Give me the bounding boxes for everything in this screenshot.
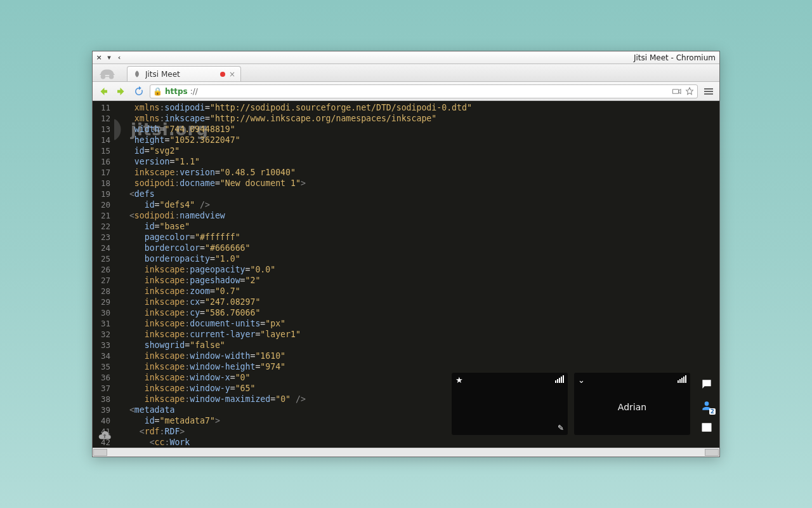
page-content: jitsi.org 111213141516171819202122232425…	[93, 101, 719, 448]
svg-rect-3	[704, 425, 710, 430]
filmstrip-button[interactable]	[699, 420, 714, 435]
horizontal-scrollbar[interactable]	[93, 448, 719, 457]
toolbar: 🔒 https ://	[93, 82, 719, 101]
titlebar: × ▾ ‹ Jitsi Meet - Chromium	[93, 51, 719, 64]
minimize-button[interactable]: ▾	[105, 54, 113, 62]
tabstrip: Jitsi Meet ×	[93, 64, 719, 82]
close-button[interactable]: ×	[95, 54, 103, 62]
menu-button[interactable]	[702, 84, 716, 98]
tab-jitsi-meet[interactable]: Jitsi Meet ×	[127, 66, 241, 81]
recording-indicator-icon	[220, 72, 225, 77]
back-chevron-icon[interactable]: ‹	[115, 54, 123, 62]
url-separator: ://	[190, 87, 198, 96]
forward-button[interactable]	[114, 84, 128, 98]
url-scheme: https	[165, 87, 188, 96]
window-title: Jitsi Meet - Chromium	[634, 53, 716, 62]
chevron-down-icon[interactable]: ⌄	[578, 375, 585, 385]
incognito-icon	[96, 67, 118, 81]
moderator-star-icon: ★	[455, 375, 463, 385]
tab-close-button[interactable]: ×	[229, 70, 235, 79]
participant-tile-remote[interactable]: ⌄ Adrian	[574, 373, 690, 435]
cloud-upload-icon[interactable]	[98, 429, 112, 443]
jitsi-favicon-icon	[133, 70, 141, 79]
participant-tile-self[interactable]: ★ ✎	[452, 373, 568, 435]
browser-window: × ▾ ‹ Jitsi Meet - Chromium Jitsi Meet ×	[92, 51, 720, 457]
tab-title: Jitsi Meet	[145, 70, 216, 79]
participant-name: Adrian	[574, 402, 690, 412]
bookmark-star-icon[interactable]	[684, 86, 695, 97]
address-bar[interactable]: 🔒 https ://	[150, 84, 698, 98]
camera-icon[interactable]	[672, 86, 682, 97]
back-button[interactable]	[96, 84, 110, 98]
signal-bars-icon	[555, 375, 564, 385]
participant-tiles: ★ ✎ ⌄ Adrian	[452, 373, 690, 435]
chat-button[interactable]	[699, 377, 714, 392]
svg-rect-0	[105, 76, 109, 77]
edit-name-icon[interactable]: ✎	[558, 424, 564, 432]
scroll-left-button[interactable]	[93, 449, 107, 456]
scroll-right-button[interactable]	[705, 449, 719, 456]
lock-icon: 🔒	[153, 87, 162, 96]
signal-bars-icon	[678, 375, 686, 385]
line-number-gutter: 1112131415161718192021222324252627282930…	[93, 101, 114, 448]
participant-count-badge: 2	[709, 408, 716, 415]
reload-button[interactable]	[132, 84, 146, 98]
svg-rect-1	[672, 89, 678, 93]
participants-button[interactable]: 2	[699, 398, 714, 413]
sidebar-buttons: 2	[699, 377, 714, 435]
